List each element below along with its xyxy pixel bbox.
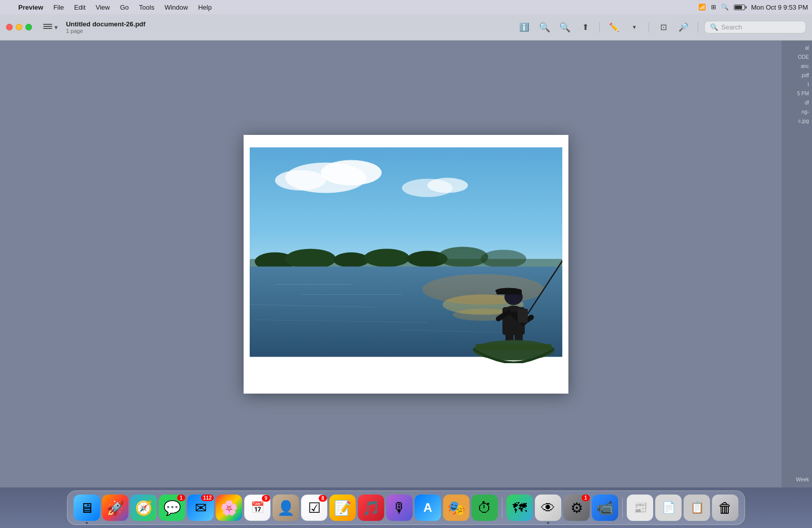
reminders-icon: ☑ <box>308 500 321 516</box>
finder-running-dot <box>86 522 88 524</box>
dock-separator <box>502 498 502 518</box>
calendar-icon: 📅 <box>251 501 264 514</box>
svg-point-8 <box>427 178 468 193</box>
dock-icon-launchpad[interactable]: 🚀 <box>102 495 128 521</box>
toolbar-separator-1 <box>599 22 600 32</box>
svg-point-16 <box>481 250 526 268</box>
control-center-icon[interactable]: ⊞ <box>711 4 716 11</box>
search-icon: 🔍 <box>710 23 718 31</box>
zoom-out-button[interactable]: 🔍 <box>536 19 553 36</box>
wifi-icon: 📶 <box>698 4 706 11</box>
dock-icon-finder[interactable]: 🖥 <box>74 495 100 521</box>
podcasts-icon: 🎙 <box>392 500 407 516</box>
battery-icon <box>734 5 745 10</box>
search-menubar-icon[interactable]: 🔍 <box>721 4 729 11</box>
dock-icon-music[interactable]: 🎵 <box>358 495 384 521</box>
doc-title: Untitled document-26.pdf <box>66 20 146 28</box>
zoom-fit-icon: ⊡ <box>660 22 667 32</box>
preview3-icon: 📰 <box>633 501 647 514</box>
menu-file[interactable]: File <box>49 3 68 12</box>
menubar-right: 📶 ⊞ 🔍 Mon Oct 9 9:53 PM <box>698 4 808 11</box>
reminders-badge: 8 <box>319 495 327 502</box>
menubar-time: Mon Oct 9 9:53 PM <box>751 4 808 11</box>
zoom-fit-button[interactable]: ⊡ <box>655 19 671 36</box>
dock-icon-preview2[interactable]: 👁 <box>535 495 561 521</box>
svg-point-6 <box>275 170 326 190</box>
menu-go[interactable]: Go <box>116 3 132 12</box>
menu-window[interactable]: Window <box>160 3 192 12</box>
dock-icon-reminders[interactable]: ☑ 8 <box>301 495 327 521</box>
dock-icon-file1[interactable]: 📄 <box>655 495 682 521</box>
menu-edit[interactable]: Edit <box>70 3 89 12</box>
toolbar-separator-2 <box>649 22 649 32</box>
dock-icon-klokki[interactable]: ⏱ <box>471 495 498 521</box>
svg-rect-30 <box>496 289 522 294</box>
systemprefs-badge: 1 <box>582 495 590 501</box>
app1-icon: 🎭 <box>448 500 465 516</box>
fullscreen-button[interactable] <box>25 24 32 30</box>
dock-icon-file2[interactable]: 📋 <box>684 495 710 521</box>
right-panel: al ODE anc .pdf t 5 PM df ng- c.jpg Week <box>782 41 812 487</box>
notes-icon: 📝 <box>334 500 352 516</box>
finder-icon: 🖥 <box>80 500 94 516</box>
dock-icon-zoom[interactable]: 📹 <box>592 495 618 521</box>
right-panel-item-8: ng- <box>802 109 809 116</box>
dock-icon-preview3[interactable]: 📰 <box>627 495 653 521</box>
launchpad-icon: 🚀 <box>107 500 124 516</box>
markup-button[interactable]: ✏️ <box>606 19 622 36</box>
toolbar-separator-3 <box>698 22 698 32</box>
search-input[interactable] <box>721 23 800 31</box>
right-panel-item-10: Week <box>796 476 809 483</box>
right-panel-item-2: ODE <box>798 54 809 61</box>
dock-icon-messages[interactable]: 💬 1 <box>159 495 185 521</box>
svg-point-25 <box>422 274 544 304</box>
dock-icon-safari[interactable]: 🧭 <box>130 495 157 521</box>
menu-tools[interactable]: Tools <box>135 3 158 12</box>
search-annotate-button[interactable]: 🔎 <box>675 19 692 36</box>
dock-icon-mail[interactable]: ✉ 112 <box>187 495 214 521</box>
search-box[interactable]: 🔍 <box>704 21 806 33</box>
svg-point-12 <box>333 252 369 267</box>
mail-badge: 112 <box>201 495 214 501</box>
info-icon: ℹ️ <box>519 22 529 32</box>
zoom-in-button[interactable]: 🔍 <box>557 19 573 36</box>
svg-rect-38 <box>476 344 552 350</box>
menu-preview[interactable]: Preview <box>14 3 47 12</box>
maps-icon: 🗺 <box>513 500 527 516</box>
svg-point-5 <box>321 160 382 185</box>
svg-point-15 <box>437 247 488 267</box>
sidebar-toggle-button[interactable]: ▼ <box>40 22 62 33</box>
music-icon: 🎵 <box>362 500 380 516</box>
markup-icon: ✏️ <box>609 22 619 32</box>
close-button[interactable] <box>6 24 13 30</box>
dock-icon-calendar[interactable]: 📅 9 <box>244 495 270 521</box>
preview2-running-dot <box>547 522 549 524</box>
annotate-search-icon: 🔎 <box>679 22 689 32</box>
right-panel-item-5: t <box>807 81 809 88</box>
dock-icon-app1[interactable]: 🎭 <box>443 495 469 521</box>
menu-help[interactable]: Help <box>194 3 216 12</box>
dock-icon-podcasts[interactable]: 🎙 <box>386 495 413 521</box>
info-button[interactable]: ℹ️ <box>516 19 532 36</box>
dock-icon-notes[interactable]: 📝 <box>329 495 356 521</box>
file1-icon: 📄 <box>662 501 675 514</box>
share-button[interactable]: ⬆ <box>577 19 593 36</box>
dock-icon-trash[interactable]: 🗑 <box>712 495 738 521</box>
dock-icon-maps[interactable]: 🗺 <box>506 495 533 521</box>
right-panel-item-4: .pdf <box>800 72 809 79</box>
markup-dropdown-button[interactable]: ▼ <box>626 19 642 36</box>
dock-icon-systemprefs[interactable]: ⚙ 1 <box>563 495 590 521</box>
contacts-icon: 👤 <box>277 500 295 516</box>
sidebar-toggle-icon <box>43 24 52 31</box>
right-panel-item-9: c.jpg <box>798 118 809 125</box>
minimize-button[interactable] <box>16 24 22 30</box>
right-panel-item-3: anc <box>801 63 809 70</box>
traffic-lights <box>6 24 32 30</box>
menu-view[interactable]: View <box>92 3 114 12</box>
right-panel-item-1: al <box>805 45 809 52</box>
dock-icon-photos[interactable]: 🌸 <box>216 495 242 521</box>
dock-icon-appstore[interactable]: A <box>415 495 441 521</box>
pdf-document <box>244 135 568 394</box>
mail-icon: ✉ <box>195 500 207 516</box>
dock-icon-contacts[interactable]: 👤 <box>273 495 299 521</box>
